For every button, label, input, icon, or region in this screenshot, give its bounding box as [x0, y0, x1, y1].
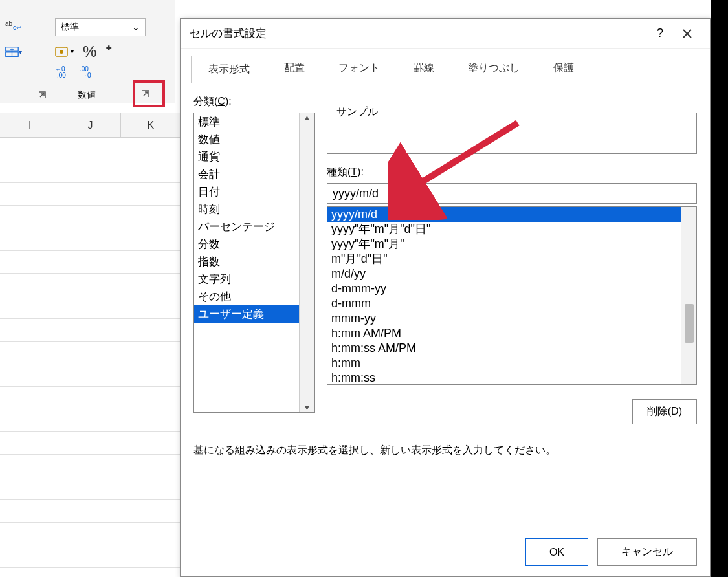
- svg-text:.00: .00: [57, 72, 66, 79]
- grid-row[interactable]: [0, 342, 181, 364]
- comma-style-icon[interactable]: ᐩ: [105, 41, 112, 61]
- grid-row[interactable]: [0, 523, 181, 545]
- type-option[interactable]: h:mm:ss AM/PM: [327, 341, 681, 356]
- hint-text: 基になる組み込みの表示形式を選択し、新しい表示形式を入力してください。: [193, 444, 697, 457]
- scroll-down-icon[interactable]: ▼: [303, 403, 311, 412]
- svg-point-5: [60, 50, 63, 54]
- cancel-button[interactable]: キャンセル: [597, 538, 697, 566]
- type-option[interactable]: h:mm AM/PM: [327, 326, 681, 341]
- type-option[interactable]: d-mmm-yy: [327, 281, 681, 296]
- tab-font[interactable]: フォント: [322, 55, 397, 83]
- dialog-tabs: 表示形式 配置 フォント 罫線 塗りつぶし 保護: [191, 55, 700, 83]
- category-item[interactable]: 日付: [194, 183, 299, 201]
- ok-button[interactable]: OK: [525, 538, 588, 566]
- category-label: 分類(C):: [193, 95, 697, 109]
- type-option[interactable]: h:mm: [327, 356, 681, 371]
- tab-protection[interactable]: 保護: [536, 55, 591, 83]
- type-option[interactable]: mmm-yy: [327, 311, 681, 326]
- dialog-title: セルの書式設定: [190, 26, 267, 41]
- accounting-format-icon[interactable]: ▾: [55, 45, 74, 58]
- grid-row[interactable]: [0, 364, 181, 387]
- grid-row[interactable]: [0, 477, 181, 500]
- category-item[interactable]: その他: [194, 288, 299, 305]
- category-scrollbar[interactable]: ▲ ▼: [299, 113, 314, 412]
- dialog-titlebar[interactable]: セルの書式設定 ?: [181, 19, 710, 49]
- category-item[interactable]: 数値: [194, 131, 299, 148]
- category-item[interactable]: パーセンテージ: [194, 218, 299, 235]
- percent-icon[interactable]: %: [83, 43, 96, 61]
- sample-box: サンプル: [327, 113, 697, 154]
- category-item[interactable]: 標準: [194, 113, 299, 131]
- format-cells-dialog: セルの書式設定 ? 表示形式 配置 フォント 罫線 塗りつぶし 保護 分類(C)…: [180, 18, 711, 577]
- scroll-thumb[interactable]: [685, 304, 694, 343]
- ribbon-left-icons: abc↩ ▾: [0, 13, 45, 64]
- grid-row[interactable]: [0, 296, 181, 319]
- category-item[interactable]: ユーザー定義: [194, 305, 299, 323]
- category-item[interactable]: 会計: [194, 166, 299, 183]
- decrease-decimal-icon[interactable]: .00→0: [80, 65, 98, 79]
- help-button[interactable]: ?: [646, 23, 674, 44]
- tab-border[interactable]: 罫線: [397, 55, 451, 83]
- grid-row[interactable]: [0, 138, 181, 160]
- category-item[interactable]: 文字列: [194, 270, 299, 288]
- grid-row[interactable]: [0, 206, 181, 228]
- type-option[interactable]: yyyy"年"m"月": [327, 237, 681, 252]
- grid-row[interactable]: [0, 251, 181, 274]
- number-format-value: 標準: [61, 21, 79, 33]
- chevron-down-icon: ⌄: [132, 22, 140, 32]
- type-option[interactable]: yyyy/m/d: [327, 207, 681, 222]
- grid-row[interactable]: [0, 319, 181, 342]
- column-header[interactable]: I: [0, 113, 60, 137]
- number-format-select[interactable]: 標準 ⌄: [55, 18, 146, 36]
- window-edge: [711, 0, 728, 577]
- category-item[interactable]: 通貨: [194, 148, 299, 166]
- grid-row[interactable]: [0, 500, 181, 523]
- grid-row[interactable]: [0, 387, 181, 409]
- delete-button[interactable]: 削除(D): [632, 399, 697, 424]
- tab-alignment[interactable]: 配置: [267, 55, 322, 83]
- type-scrollbar[interactable]: [681, 207, 696, 384]
- type-input[interactable]: [327, 183, 697, 204]
- column-header[interactable]: K: [121, 113, 181, 137]
- grid-row[interactable]: [0, 409, 181, 432]
- grid-row[interactable]: [0, 228, 181, 251]
- grid-row[interactable]: [0, 455, 181, 477]
- sample-label: サンプル: [333, 105, 382, 119]
- type-label: 種類(T):: [327, 166, 697, 179]
- scroll-up-icon[interactable]: ▲: [303, 113, 311, 122]
- svg-text:c↩: c↩: [13, 24, 21, 31]
- category-item[interactable]: 指数: [194, 253, 299, 270]
- grid-row[interactable]: [0, 160, 181, 183]
- close-button[interactable]: [674, 23, 701, 44]
- grid-row[interactable]: [0, 545, 181, 568]
- annotation-highlight: [133, 80, 165, 107]
- grid-row[interactable]: [0, 183, 181, 206]
- category-listbox[interactable]: 標準 数値 通貨 会計 日付 時刻 パーセンテージ 分数 指数 文字列 その他 …: [193, 113, 315, 413]
- svg-text:→0: →0: [81, 72, 91, 79]
- merge-icon[interactable]: ▾: [5, 45, 22, 59]
- ruby-icon[interactable]: abc↩: [5, 18, 22, 32]
- category-item[interactable]: 時刻: [194, 201, 299, 218]
- type-listbox[interactable]: yyyy/m/d yyyy"年"m"月"d"日" yyyy"年"m"月" m"月…: [327, 206, 697, 385]
- column-header[interactable]: J: [60, 113, 120, 137]
- worksheet-grid[interactable]: I J K: [0, 113, 181, 577]
- grid-row[interactable]: [0, 432, 181, 455]
- tab-number-format[interactable]: 表示形式: [191, 56, 267, 83]
- svg-text:ab: ab: [5, 20, 13, 27]
- type-option[interactable]: h:mm:ss: [327, 371, 681, 384]
- type-option[interactable]: m"月"d"日": [327, 252, 681, 267]
- type-option[interactable]: m/d/yy: [327, 267, 681, 281]
- grid-row[interactable]: [0, 274, 181, 296]
- number-group-label: 数値: [78, 89, 96, 101]
- increase-decimal-icon[interactable]: ←0.00: [55, 65, 73, 79]
- category-item[interactable]: 分数: [194, 235, 299, 253]
- dialog-launcher-left-icon[interactable]: [38, 91, 47, 100]
- type-option[interactable]: yyyy"年"m"月"d"日": [327, 222, 681, 237]
- type-option[interactable]: d-mmm: [327, 296, 681, 311]
- tab-fill[interactable]: 塗りつぶし: [451, 55, 536, 83]
